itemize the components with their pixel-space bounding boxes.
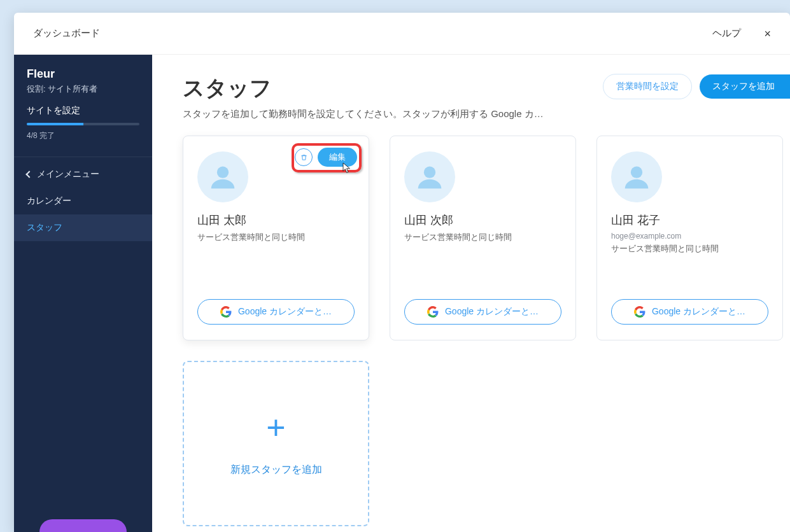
content: スタッフ スタッフを追加して勤務時間を設定してください。スタッフが利用する Go… [152, 55, 790, 532]
divider [14, 157, 152, 157]
staff-card: 編集 山田 太郎 サービス営業時間と同じ時間 Google カレンダーと… [183, 136, 369, 340]
site-name: Fleur [27, 66, 141, 82]
avatar [611, 151, 662, 202]
dashboard-modal: ダッシュボード ヘルプ × Fleur 役割: サイト所有者 サイトを設定 4/… [14, 13, 790, 532]
google-calendar-button[interactable]: Google カレンダーと… [611, 299, 768, 325]
staff-card: 山田 花子 hoge@example.com サービス営業時間と同じ時間 Goo… [596, 136, 783, 340]
plus-icon: + [266, 411, 285, 444]
help-link[interactable]: ヘルプ [712, 27, 741, 39]
edit-button[interactable]: 編集 [318, 148, 357, 167]
google-icon [220, 306, 232, 318]
google-calendar-button[interactable]: Google カレンダーと… [404, 299, 561, 325]
page-title: スタッフ [183, 74, 544, 103]
sidebar-item-calendar[interactable]: カレンダー [14, 188, 152, 214]
staff-hours: サービス営業時間と同じ時間 [611, 243, 768, 255]
delete-icon[interactable] [295, 148, 313, 166]
svg-point-2 [631, 167, 642, 178]
avatar [404, 151, 455, 202]
set-hours-button[interactable]: 営業時間を設定 [603, 74, 692, 99]
progress-fill [27, 123, 83, 125]
setup-progress[interactable]: サイトを設定 4/8 完了 [14, 101, 152, 149]
google-calendar-button[interactable]: Google カレンダーと… [197, 299, 355, 325]
setup-title[interactable]: サイトを設定 [27, 105, 139, 116]
staff-name: 山田 次郎 [404, 213, 561, 228]
staff-grid: 編集 山田 太郎 サービス営業時間と同じ時間 Google カレンダーと… [183, 136, 790, 526]
svg-point-0 [217, 167, 229, 178]
add-staff-card[interactable]: + 新規スタッフを追加 [183, 361, 369, 526]
staff-card: 山田 次郎 サービス営業時間と同じ時間 Google カレンダーと… [390, 136, 576, 340]
staff-email: hoge@example.com [611, 232, 768, 241]
staff-hours: サービス営業時間と同じ時間 [404, 232, 561, 243]
card-actions: 編集 [295, 148, 357, 167]
page-subtitle: スタッフを追加して勤務時間を設定してください。スタッフが利用する Google … [183, 108, 544, 120]
staff-hours: サービス営業時間と同じ時間 [197, 232, 355, 243]
add-staff-label: 新規スタッフを追加 [230, 463, 322, 477]
svg-point-1 [424, 167, 435, 178]
google-icon [634, 306, 645, 318]
staff-name: 山田 花子 [611, 213, 768, 228]
sidebar-item-staff[interactable]: スタッフ [14, 214, 152, 241]
progress-text: 4/8 完了 [27, 130, 139, 141]
staff-name: 山田 太郎 [197, 213, 355, 228]
add-staff-button[interactable]: スタッフを追加 [700, 74, 790, 99]
google-icon [427, 306, 439, 318]
avatar [197, 151, 248, 202]
sidebar-bottom-button[interactable] [39, 519, 127, 532]
modal-title: ダッシュボード [33, 27, 100, 39]
site-info: Fleur 役割: サイト所有者 [14, 55, 152, 101]
site-role: 役割: サイト所有者 [27, 83, 141, 95]
close-icon[interactable]: × [764, 28, 771, 39]
sidebar: Fleur 役割: サイト所有者 サイトを設定 4/8 完了 メインメニュー カ… [14, 55, 152, 532]
modal-header: ダッシュボード ヘルプ × [14, 13, 790, 55]
sidebar-back[interactable]: メインメニュー [14, 161, 152, 188]
progress-bar [27, 123, 139, 125]
